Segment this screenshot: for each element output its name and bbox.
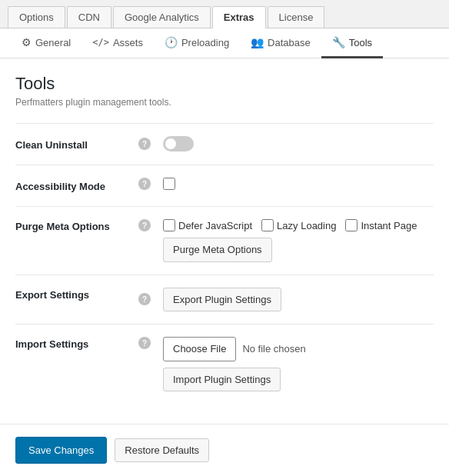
import-settings-label: Import Settings xyxy=(15,338,88,350)
export-settings-label: Export Settings xyxy=(15,289,89,301)
import-settings-help-icon[interactable]: ? xyxy=(138,337,151,349)
file-input-row: Choose File No file chosen xyxy=(163,337,306,361)
accessibility-mode-label: Accessibility Mode xyxy=(15,181,105,192)
settings-table: Clean Uninstall ? xyxy=(15,123,434,404)
clean-uninstall-toggle[interactable] xyxy=(163,136,194,151)
accessibility-mode-row: Accessibility Mode ? xyxy=(15,165,434,207)
main-content: Tools Perfmatters plugin management tool… xyxy=(0,58,449,424)
app-container: Options CDN Google Analytics Extras Lice… xyxy=(0,0,449,476)
file-chosen-text: No file chosen xyxy=(242,343,305,355)
purge-meta-label: Purge Meta Options xyxy=(15,221,110,232)
instant-page-label[interactable]: Instant Page xyxy=(345,219,417,231)
clean-uninstall-control: ? xyxy=(138,124,434,165)
clean-uninstall-label-cell: Clean Uninstall xyxy=(15,124,138,165)
lazy-loading-text: Lazy Loading xyxy=(277,220,336,231)
sub-tab-general[interactable]: ⚙ General xyxy=(11,28,81,58)
sub-tab-bar: ⚙ General </> Assets 🕐 Preloading 👥 Data… xyxy=(0,28,449,58)
sub-tab-tools-label: Tools xyxy=(349,37,372,48)
purge-meta-checkboxes: Defer JavaScript Lazy Loading Instant Pa… xyxy=(163,219,417,231)
clean-uninstall-label: Clean Uninstall xyxy=(15,139,88,151)
tab-google-analytics[interactable]: Google Analytics xyxy=(113,6,211,28)
import-settings-control: ? Choose File No file chosen Import Plug… xyxy=(138,325,434,404)
tools-icon: 🔧 xyxy=(332,36,345,48)
defer-js-text: Defer JavaScript xyxy=(178,220,252,231)
defer-js-label[interactable]: Defer JavaScript xyxy=(163,219,252,231)
import-plugin-settings-button[interactable]: Import Plugin Settings xyxy=(163,368,281,392)
save-changes-button[interactable]: Save Changes xyxy=(15,437,107,464)
tab-options[interactable]: Options xyxy=(8,6,65,28)
export-settings-label-cell: Export Settings xyxy=(15,275,138,325)
choose-file-button[interactable]: Choose File xyxy=(163,337,236,361)
lazy-loading-checkbox[interactable] xyxy=(261,219,274,231)
purge-meta-button[interactable]: Purge Meta Options xyxy=(163,238,272,262)
tab-license[interactable]: License xyxy=(268,6,325,28)
clean-uninstall-help-icon[interactable]: ? xyxy=(138,138,151,150)
purge-meta-label-cell: Purge Meta Options xyxy=(15,207,138,275)
assets-icon: </> xyxy=(92,37,109,48)
sub-tab-database[interactable]: 👥 Database xyxy=(240,28,321,58)
sub-tab-preloading-label: Preloading xyxy=(181,37,229,48)
sub-tab-database-label: Database xyxy=(268,37,311,48)
sub-tab-assets[interactable]: </> Assets xyxy=(81,28,154,58)
lazy-loading-label[interactable]: Lazy Loading xyxy=(261,219,336,231)
footer-actions: Save Changes Restore Defaults xyxy=(0,424,449,477)
tab-extras[interactable]: Extras xyxy=(212,6,266,28)
sub-tab-preloading[interactable]: 🕐 Preloading xyxy=(154,28,240,58)
instant-page-checkbox[interactable] xyxy=(345,219,358,231)
sub-tab-tools[interactable]: 🔧 Tools xyxy=(321,28,383,58)
top-tab-bar: Options CDN Google Analytics Extras Lice… xyxy=(0,0,449,28)
import-settings-row: Import Settings ? Choose File No file ch… xyxy=(15,325,434,404)
restore-defaults-button[interactable]: Restore Defaults xyxy=(115,438,209,463)
toggle-slider xyxy=(163,136,194,151)
sub-tab-general-label: General xyxy=(35,37,71,48)
preloading-icon: 🕐 xyxy=(165,36,178,48)
sub-tab-assets-label: Assets xyxy=(113,37,143,48)
accessibility-mode-checkbox[interactable] xyxy=(163,178,175,190)
page-title: Tools xyxy=(15,74,434,94)
accessibility-mode-help-icon[interactable]: ? xyxy=(138,178,151,190)
accessibility-mode-label-cell: Accessibility Mode xyxy=(15,165,138,207)
database-icon: 👥 xyxy=(251,36,264,48)
import-settings-label-cell: Import Settings xyxy=(15,325,138,404)
export-settings-help-icon[interactable]: ? xyxy=(138,293,151,305)
export-settings-row: Export Settings ? Export Plugin Settings xyxy=(15,275,434,325)
purge-meta-control: ? Defer JavaScript Lazy Loadi xyxy=(138,207,434,275)
purge-meta-help-icon[interactable]: ? xyxy=(138,219,151,231)
export-settings-control: ? Export Plugin Settings xyxy=(138,275,434,325)
page-subtitle: Perfmatters plugin management tools. xyxy=(15,97,434,108)
general-icon: ⚙ xyxy=(22,36,32,48)
clean-uninstall-row: Clean Uninstall ? xyxy=(15,124,434,165)
instant-page-text: Instant Page xyxy=(361,220,417,231)
export-plugin-settings-button[interactable]: Export Plugin Settings xyxy=(163,288,281,312)
tab-cdn[interactable]: CDN xyxy=(67,6,111,28)
accessibility-mode-control: ? xyxy=(138,165,434,207)
defer-js-checkbox[interactable] xyxy=(163,219,175,231)
purge-meta-row: Purge Meta Options ? Defer JavaScript xyxy=(15,207,434,275)
